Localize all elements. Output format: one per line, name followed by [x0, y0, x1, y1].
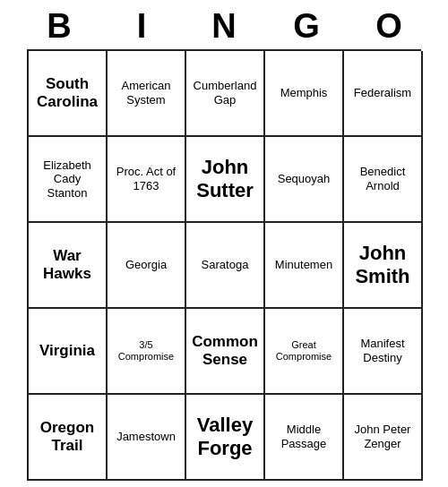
bingo-header: BINGO — [18, 0, 430, 49]
bingo-letter: O — [353, 7, 425, 46]
cell-r4-c1: Jamestown — [108, 395, 186, 481]
bingo-letter: B — [23, 7, 95, 46]
cell-r2-c3: Minutemen — [265, 223, 344, 309]
cell-r1-c2: John Sutter — [186, 137, 265, 223]
cell-r2-c2: Saratoga — [186, 223, 265, 309]
cell-r3-c4: Manifest Destiny — [344, 309, 423, 395]
cell-r3-c3: Great Compromise — [265, 309, 344, 395]
cell-r4-c0: Oregon Trail — [29, 395, 108, 481]
cell-r1-c0: Elizabeth Cady Stanton — [29, 137, 108, 223]
bingo-letter: I — [106, 7, 177, 46]
cell-r1-c3: Sequoyah — [265, 137, 344, 223]
cell-r0-c4: Federalism — [344, 51, 423, 137]
cell-r0-c1: American System — [108, 51, 186, 137]
cell-r4-c4: John Peter Zenger — [344, 395, 423, 481]
cell-r4-c2: Valley Forge — [186, 395, 265, 481]
bingo-grid: South CarolinaAmerican SystemCumberland … — [27, 49, 421, 481]
cell-r0-c3: Memphis — [265, 51, 344, 137]
cell-r0-c2: Cumberland Gap — [186, 51, 265, 137]
cell-r1-c4: Benedict Arnold — [344, 137, 423, 223]
cell-r3-c2: Common Sense — [186, 309, 265, 395]
cell-r2-c1: Georgia — [108, 223, 186, 309]
cell-r2-c4: John Smith — [344, 223, 423, 309]
cell-r0-c0: South Carolina — [29, 51, 108, 137]
cell-r1-c1: Proc. Act of 1763 — [108, 137, 186, 223]
bingo-letter: N — [188, 7, 260, 46]
cell-r2-c0: War Hawks — [29, 223, 108, 309]
cell-r3-c1: 3/5 Compromise — [108, 309, 186, 395]
cell-r3-c0: Virginia — [29, 309, 108, 395]
cell-r4-c3: Middle Passage — [265, 395, 344, 481]
bingo-letter: G — [271, 7, 342, 46]
